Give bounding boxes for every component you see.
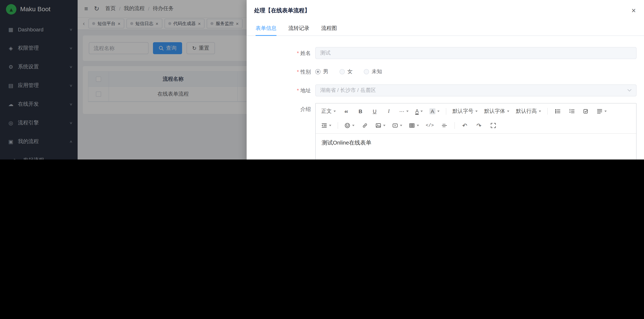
address-value: 湖南省 / 长沙市 / 岳麓区: [320, 87, 376, 94]
link-icon: [362, 123, 368, 129]
line-height-dropdown[interactable]: 默认行高: [514, 106, 543, 117]
italic-button[interactable]: I: [383, 106, 394, 117]
background-color-dropdown[interactable]: A: [428, 106, 442, 117]
caret-down-icon: [329, 125, 331, 126]
drawer-tabs: 表单信息 流转记录 流程图: [247, 21, 644, 36]
toolbar-divider: [446, 108, 446, 115]
ordered-list-icon: [569, 108, 575, 114]
undo-button[interactable]: ↶: [459, 120, 470, 131]
caret-down-icon: [507, 111, 509, 112]
gender-radio-group: 男 女 未知: [315, 66, 636, 78]
indent-icon: [321, 123, 327, 129]
drawer-body: 姓名 性别 男 女: [247, 36, 644, 160]
name-field[interactable]: [315, 47, 636, 59]
redo-button[interactable]: ↷: [473, 120, 484, 131]
caret-down-icon: [352, 125, 354, 126]
emoji-dropdown[interactable]: [342, 120, 356, 131]
paragraph-style-dropdown[interactable]: 正文: [320, 106, 338, 117]
caret-down-icon: [334, 111, 336, 112]
caret-down-icon: [406, 111, 408, 112]
rich-text-editor: 正文 “ B U: [315, 103, 636, 160]
app-screen: ▲ Maku Boot ▦ Dashboard ∨ ◈ 权限管理 ∨ ⚙ 系统设…: [0, 0, 644, 160]
table-icon: [409, 123, 415, 129]
emoji-icon: [344, 123, 350, 129]
underline-button[interactable]: U: [369, 106, 380, 117]
todo-checkbox-icon: [583, 108, 589, 114]
chevron-down-icon: [627, 89, 632, 92]
form-row-address: 地址 湖南省 / 长沙市 / 岳麓区: [256, 84, 636, 96]
drawer-header: 处理【在线表单流程】 ×: [247, 0, 644, 21]
task-handle-drawer: 处理【在线表单流程】 × 表单信息 流转记录 流程图 姓名 性别: [247, 0, 644, 160]
image-icon: [375, 123, 381, 129]
blockquote-button[interactable]: “: [341, 106, 352, 117]
form-row-gender: 性别 男 女 未知: [256, 66, 636, 78]
bold-button[interactable]: B: [355, 106, 366, 117]
justify-dropdown[interactable]: [594, 106, 608, 117]
todo-list-button[interactable]: [580, 106, 592, 117]
toolbar-divider: [454, 122, 455, 129]
caret-down-icon: [383, 125, 386, 126]
code-block-button[interactable]: </>: [424, 120, 436, 131]
insert-link-button[interactable]: [359, 120, 370, 131]
more-styles-dropdown[interactable]: ⋯: [397, 106, 410, 117]
font-color-dropdown[interactable]: A: [414, 106, 425, 117]
editor-toolbar: 正文 “ B U: [316, 104, 636, 134]
tab-form-info[interactable]: 表单信息: [256, 21, 276, 36]
indent-dropdown[interactable]: [320, 120, 333, 131]
caret-down-icon: [437, 111, 439, 112]
caret-down-icon: [421, 111, 423, 112]
radio-unchecked-icon: [340, 69, 345, 74]
gender-label: 性别: [256, 66, 315, 78]
insert-video-dropdown[interactable]: [390, 120, 404, 131]
caret-down-icon: [417, 125, 419, 126]
address-label: 地址: [256, 84, 315, 96]
tab-flow-diagram[interactable]: 流程图: [321, 21, 337, 36]
bullet-list-button[interactable]: [552, 106, 563, 117]
intro-label: 介绍: [256, 103, 315, 115]
radio-unchecked-icon: [364, 69, 369, 74]
form-row-intro: 介绍 正文 “ B: [256, 103, 636, 160]
caret-down-icon: [400, 125, 402, 126]
editor-toolbar-row-1: 正文 “ B U: [318, 104, 634, 118]
toolbar-divider: [338, 122, 338, 129]
insert-image-dropdown[interactable]: [374, 120, 387, 131]
gender-radio-unknown[interactable]: 未知: [364, 68, 382, 75]
video-icon: [392, 123, 398, 129]
bullet-list-icon: [555, 108, 560, 114]
gender-radio-male[interactable]: 男: [315, 68, 328, 75]
fullscreen-icon: [490, 123, 496, 129]
tab-flow-records[interactable]: 流转记录: [288, 21, 309, 36]
caret-down-icon: [538, 111, 541, 112]
align-icon: [596, 108, 602, 114]
caret-down-icon: [604, 111, 606, 112]
font-size-dropdown[interactable]: 默认字号: [450, 106, 479, 117]
divider-button[interactable]: [438, 120, 450, 131]
insert-table-dropdown[interactable]: [407, 120, 421, 131]
ordered-list-button[interactable]: [566, 106, 578, 117]
address-select[interactable]: 湖南省 / 长沙市 / 岳麓区: [315, 84, 636, 96]
close-icon[interactable]: ×: [632, 7, 636, 14]
drawer-title: 处理【在线表单流程】: [254, 7, 310, 14]
fullscreen-button[interactable]: [488, 120, 499, 131]
caret-down-icon: [475, 111, 478, 112]
toolbar-divider: [547, 108, 548, 115]
form-row-name: 姓名: [256, 47, 636, 59]
font-family-dropdown[interactable]: 默认字体: [482, 106, 511, 117]
editor-content[interactable]: 测试Online在线表单: [316, 134, 636, 160]
gender-radio-female[interactable]: 女: [340, 68, 352, 75]
editor-toolbar-row-2: </>: [318, 118, 634, 133]
horizontal-rule-icon: [441, 123, 447, 129]
radio-checked-icon: [315, 69, 320, 74]
name-label: 姓名: [256, 47, 315, 59]
